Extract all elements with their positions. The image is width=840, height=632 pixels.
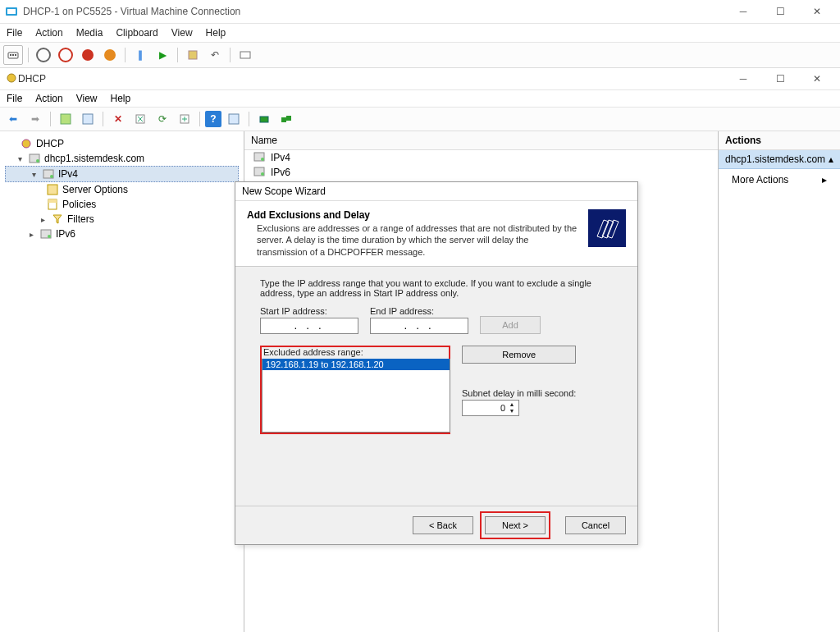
multi-scope-button[interactable] <box>276 109 296 129</box>
svg-rect-1 <box>7 9 16 14</box>
checkpoint-button[interactable] <box>183 45 203 65</box>
forward-icon[interactable]: ➡ <box>25 109 45 129</box>
add-button[interactable]: Add <box>480 316 541 334</box>
save-button[interactable] <box>100 45 120 65</box>
svg-point-8 <box>7 74 16 82</box>
back-button[interactable]: < Back <box>413 516 473 534</box>
menu-file[interactable]: File <box>7 27 22 39</box>
svg-rect-15 <box>281 117 286 122</box>
mmc-close-button[interactable]: ✕ <box>799 67 835 90</box>
remove-button[interactable]: Remove <box>462 346 576 364</box>
filters-icon <box>51 213 64 226</box>
mmc-menu-action[interactable]: Action <box>35 93 62 104</box>
menu-view[interactable]: View <box>171 27 193 39</box>
svg-rect-9 <box>61 114 71 124</box>
enhanced-session-button[interactable] <box>235 45 255 65</box>
svg-rect-5 <box>15 54 16 56</box>
svg-point-28 <box>261 158 264 161</box>
vm-icon <box>5 5 18 18</box>
svg-point-17 <box>22 140 30 148</box>
name-column-header[interactable]: Name <box>244 131 718 150</box>
mmc-menu-help[interactable]: Help <box>111 93 131 104</box>
close-button[interactable]: ✕ <box>799 0 835 23</box>
turnoff-button[interactable] <box>56 45 75 65</box>
tree-root[interactable]: DHCP <box>3 136 240 151</box>
refresh-button[interactable] <box>130 109 150 129</box>
show-hide-tree-button[interactable] <box>56 109 75 129</box>
new-scope-wizard: New Scope Wizard Add Exclusions and Dela… <box>235 181 638 545</box>
more-actions-label: More Actions <box>732 174 788 185</box>
tree-server-options-label: Server Options <box>62 184 128 195</box>
menu-media[interactable]: Media <box>76 27 103 39</box>
svg-rect-13 <box>229 114 239 124</box>
mmc-menu-file[interactable]: File <box>7 93 22 104</box>
spin-down-icon[interactable]: ▼ <box>506 408 518 414</box>
tree-root-label: DHCP <box>36 138 64 149</box>
svg-point-21 <box>50 175 53 178</box>
ctrl-alt-del-button[interactable] <box>3 45 23 65</box>
actions-pane: Actions dhcp1.sistemdesk.com ▴ More Acti… <box>719 131 840 632</box>
view-button[interactable] <box>224 109 244 129</box>
tree-filters[interactable]: ▸ Filters <box>3 212 240 227</box>
reset-button[interactable]: ▶ <box>153 45 172 65</box>
wizard-title: New Scope Wizard <box>235 182 637 201</box>
maximize-button[interactable]: ☐ <box>762 0 798 23</box>
tree-ipv6[interactable]: ▸ IPv6 <box>3 227 240 241</box>
tree-policies[interactable]: Policies <box>3 197 240 212</box>
svg-rect-10 <box>83 114 93 124</box>
mmc-titlebar: DHCP ─ ☐ ✕ <box>0 68 840 90</box>
wizard-graphic-icon <box>588 209 626 247</box>
more-actions[interactable]: More Actions ▸ <box>719 169 840 190</box>
collapse-icon: ▴ <box>829 153 833 165</box>
mmc-menubar: File Action View Help <box>0 90 840 108</box>
properties-button[interactable] <box>78 109 98 129</box>
export-button[interactable] <box>175 109 194 129</box>
end-ip-input[interactable] <box>370 318 468 334</box>
svg-rect-4 <box>12 54 14 56</box>
svg-rect-22 <box>48 185 57 195</box>
excluded-range-item[interactable]: 192.168.1.19 to 192.168.1.20 <box>262 359 450 370</box>
delay-label: Subnet delay in milli second: <box>462 388 576 398</box>
cancel-button[interactable]: Cancel <box>565 516 626 534</box>
next-button[interactable]: Next > <box>485 516 546 534</box>
svg-point-26 <box>48 235 51 238</box>
start-ip-input[interactable] <box>260 318 358 334</box>
menu-clipboard[interactable]: Clipboard <box>116 27 158 39</box>
list-item[interactable]: IPv6 <box>244 165 718 180</box>
mmc-menu-view[interactable]: View <box>76 93 98 104</box>
mmc-minimize-button[interactable]: ─ <box>725 67 761 90</box>
svg-point-19 <box>36 159 39 163</box>
end-ip-label: End IP address: <box>370 306 468 316</box>
excluded-range-list[interactable]: 192.168.1.19 to 192.168.1.20 <box>262 359 450 433</box>
pause-button[interactable]: ∥ <box>130 45 150 65</box>
refresh2-button[interactable]: ⟳ <box>153 109 172 129</box>
delay-value: 0 <box>500 403 505 413</box>
menu-action[interactable]: Action <box>35 27 62 39</box>
tree-ipv4[interactable]: ▾ IPv4 <box>5 166 239 182</box>
scope-button[interactable] <box>254 109 274 129</box>
actions-context-label: dhcp1.sistemdesk.com <box>725 153 825 165</box>
delay-spinner[interactable]: 0 ▲▼ <box>462 400 519 416</box>
range-help: Type the IP address range that you want … <box>260 278 613 298</box>
menu-help[interactable]: Help <box>206 27 226 39</box>
start-button[interactable] <box>34 45 53 65</box>
revert-button[interactable]: ↶ <box>205 45 225 65</box>
dhcp-app-icon <box>5 71 18 87</box>
spin-up-icon[interactable]: ▲ <box>506 401 518 408</box>
console-tree[interactable]: DHCP ▾ dhcp1.sistemdesk.com ▾ IPv4 Serve… <box>0 131 244 632</box>
start-ip-label: Start IP address: <box>260 306 358 316</box>
minimize-button[interactable]: ─ <box>725 0 761 23</box>
back-icon[interactable]: ⬅ <box>3 109 23 129</box>
tree-server-options[interactable]: Server Options <box>3 182 240 197</box>
list-item[interactable]: IPv4 <box>244 150 718 165</box>
shutdown-button[interactable] <box>78 45 98 65</box>
mmc-toolbar: ⬅ ➡ ✕ ⟳ ? <box>0 108 840 131</box>
delete-button[interactable]: ✕ <box>108 109 128 129</box>
help-button[interactable]: ? <box>205 111 221 127</box>
actions-context[interactable]: dhcp1.sistemdesk.com ▴ <box>719 150 840 169</box>
svg-rect-3 <box>10 54 11 56</box>
mmc-maximize-button[interactable]: ☐ <box>762 67 798 90</box>
chevron-right-icon: ▸ <box>822 174 827 185</box>
svg-rect-6 <box>189 51 197 59</box>
tree-server[interactable]: ▾ dhcp1.sistemdesk.com <box>3 151 240 166</box>
